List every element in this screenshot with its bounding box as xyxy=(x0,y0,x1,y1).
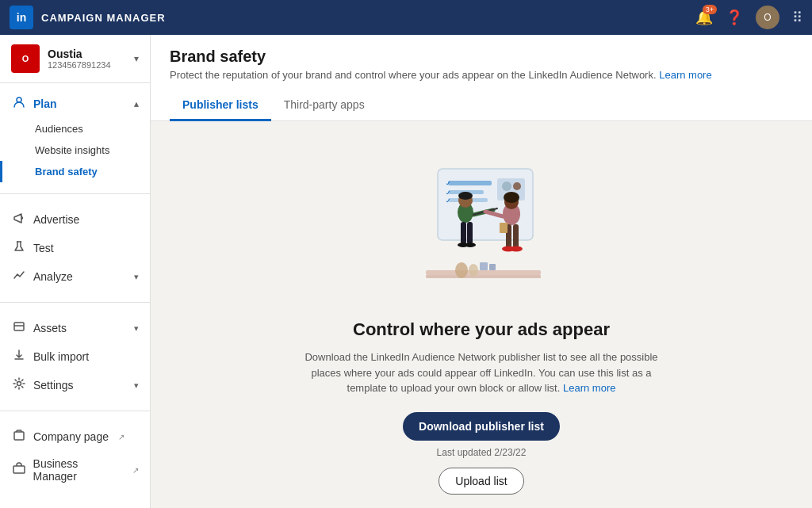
upload-list-button[interactable]: Upload list xyxy=(439,468,523,495)
app-body: O Oustia 1234567891234 ▾ Plan ▴ Audience… xyxy=(0,35,812,508)
page-subtitle: Protect the reputation of your brand and… xyxy=(170,69,793,81)
sidebar-item-brand-safety[interactable]: Brand safety xyxy=(0,161,150,182)
company-page-label: Company page xyxy=(33,430,109,443)
svg-text:✓: ✓ xyxy=(446,197,451,204)
bulk-import-label: Bulk import xyxy=(33,350,89,363)
tabs-container: Publisher lists Third-party apps xyxy=(170,90,793,120)
svg-rect-27 xyxy=(461,222,466,244)
sidebar-item-company-page[interactable]: Company page ↗ xyxy=(0,422,150,451)
svg-text:✓: ✓ xyxy=(446,189,451,197)
analyze-icon xyxy=(11,269,27,285)
account-logo: O xyxy=(11,44,40,73)
help-icon[interactable]: ❓ xyxy=(726,9,743,26)
sidebar-item-test[interactable]: Test xyxy=(0,234,150,262)
svg-text:O: O xyxy=(22,54,29,63)
nav-divider-2 xyxy=(0,302,150,303)
business-manager-icon xyxy=(11,462,27,478)
assets-chevron-icon: ▾ xyxy=(134,323,139,334)
analyze-chevron-icon: ▾ xyxy=(134,272,139,282)
sidebar-item-website-insights[interactable]: Website insights xyxy=(0,139,150,161)
svg-rect-8 xyxy=(448,181,492,185)
company-page-icon xyxy=(11,429,27,445)
svg-point-19 xyxy=(455,262,468,278)
bulk-import-icon xyxy=(11,349,27,365)
sidebar: O Oustia 1234567891234 ▾ Plan ▴ Audience… xyxy=(0,35,151,508)
account-selector[interactable]: O Oustia 1234567891234 ▾ xyxy=(0,35,150,83)
svg-rect-5 xyxy=(14,432,24,440)
avatar[interactable]: O xyxy=(756,6,779,29)
nav-advertise-section: Advertise Test Analyze ▾ xyxy=(0,199,150,297)
nav-assets-section: Assets ▾ Bulk import Settings ▾ xyxy=(0,307,150,406)
plan-icon xyxy=(11,96,27,112)
settings-chevron-icon: ▾ xyxy=(134,380,139,391)
header-learn-more-link[interactable]: Learn more xyxy=(659,69,711,81)
notifications-icon[interactable]: 🔔 3+ xyxy=(695,9,713,26)
nav-external-section: Company page ↗ Business Manager ↗ xyxy=(0,416,150,495)
tab-third-party-apps[interactable]: Third-party apps xyxy=(271,90,377,121)
account-name: Oustia xyxy=(48,48,134,60)
sidebar-item-business-manager[interactable]: Business Manager ↗ xyxy=(0,451,150,489)
account-id: 1234567891234 xyxy=(48,60,134,70)
svg-rect-22 xyxy=(489,264,496,270)
sidebar-item-plan[interactable]: Plan ▴ xyxy=(0,90,150,118)
test-label: Test xyxy=(33,242,54,254)
business-manager-external-icon: ↗ xyxy=(132,466,139,475)
page-title: Brand safety xyxy=(170,48,793,66)
svg-point-30 xyxy=(465,243,476,247)
sidebar-item-bulk-import[interactable]: Bulk import xyxy=(0,342,150,371)
notification-badge: 3+ xyxy=(703,5,717,14)
sidebar-item-analyze[interactable]: Analyze ▾ xyxy=(0,262,150,291)
svg-point-34 xyxy=(504,192,519,203)
analyze-label: Analyze xyxy=(33,270,73,283)
svg-point-15 xyxy=(502,181,511,191)
download-publisher-list-button[interactable]: Download publisher list xyxy=(403,412,560,441)
tab-publisher-lists[interactable]: Publisher lists xyxy=(170,90,271,121)
main-content: Brand safety Protect the reputation of y… xyxy=(151,35,812,508)
account-info: Oustia 1234567891234 xyxy=(48,48,134,70)
svg-rect-6 xyxy=(13,466,25,473)
nav-plan-section: Plan ▴ Audiences Website insights Brand … xyxy=(0,83,150,189)
sidebar-item-settings[interactable]: Settings ▾ xyxy=(0,371,150,399)
app-title: CAMPAIGN MANAGER xyxy=(41,12,166,24)
settings-icon xyxy=(11,377,27,393)
plan-chevron-icon: ▴ xyxy=(134,99,139,109)
settings-label: Settings xyxy=(33,379,74,392)
svg-rect-40 xyxy=(500,223,508,233)
svg-point-2 xyxy=(17,97,21,102)
nav-right: 🔔 3+ ❓ O ⠿ xyxy=(695,6,802,29)
svg-point-25 xyxy=(458,192,473,200)
plan-label: Plan xyxy=(33,97,57,110)
svg-point-20 xyxy=(469,264,478,277)
advertise-label: Advertise xyxy=(33,213,79,226)
content-learn-more-link[interactable]: Learn more xyxy=(563,382,615,394)
svg-point-16 xyxy=(513,182,521,190)
account-chevron-icon: ▾ xyxy=(134,53,139,64)
apps-grid-icon[interactable]: ⠿ xyxy=(792,9,802,26)
svg-point-4 xyxy=(17,382,21,386)
content-description: Download the LinkedIn Audience Network p… xyxy=(291,349,672,396)
linkedin-logo[interactable]: in xyxy=(10,6,33,29)
content-title: Control where your ads appear xyxy=(353,319,610,340)
business-manager-label: Business Manager xyxy=(33,457,123,483)
content-body: ✓ ✓ ✓ xyxy=(151,121,812,508)
assets-label: Assets xyxy=(33,322,67,334)
content-header: Brand safety Protect the reputation of y… xyxy=(151,35,812,121)
svg-point-39 xyxy=(510,246,523,252)
svg-rect-37 xyxy=(513,224,519,248)
test-icon xyxy=(11,240,27,256)
sidebar-item-audiences[interactable]: Audiences xyxy=(0,118,150,139)
illustration: ✓ ✓ ✓ xyxy=(394,153,569,304)
sidebar-item-advertise[interactable]: Advertise xyxy=(0,205,150,234)
nav-left: in CAMPAIGN MANAGER xyxy=(10,6,166,29)
svg-rect-17 xyxy=(426,270,541,275)
svg-text:✓: ✓ xyxy=(446,180,451,187)
top-navigation: in CAMPAIGN MANAGER 🔔 3+ ❓ O ⠿ xyxy=(0,0,812,35)
svg-rect-3 xyxy=(14,323,24,330)
nav-divider-3 xyxy=(0,411,150,411)
svg-rect-28 xyxy=(467,222,473,244)
sidebar-item-assets[interactable]: Assets ▾ xyxy=(0,314,150,342)
company-page-external-icon: ↗ xyxy=(118,433,124,441)
last-updated-text: Last updated 2/23/22 xyxy=(437,447,527,458)
svg-rect-21 xyxy=(480,262,488,270)
advertise-icon xyxy=(11,212,27,227)
